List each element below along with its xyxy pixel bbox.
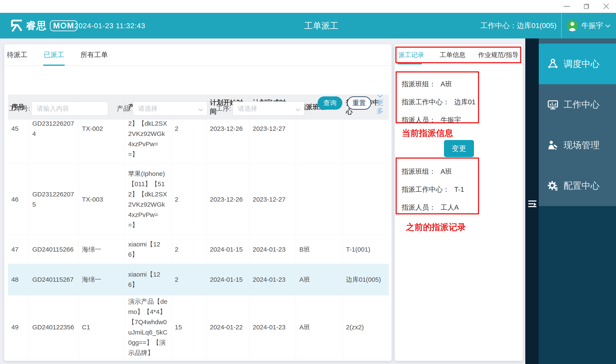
current-timestamp: 2024-01-23 11:32:43 [74, 13, 145, 39]
cell-process: 海绵一 [79, 235, 125, 264]
cell-plan-qty: 2 [171, 164, 206, 235]
order-tabs: 待派工 已派工 所有工单 [4, 44, 392, 66]
annotation-box-tabs [396, 47, 521, 63]
cell-seq: 48 [8, 264, 29, 295]
app-header: 睿思 MOM 2024-01-23 11:32:43 工单派工 工作中心：边库0… [0, 13, 616, 39]
order-no-input[interactable] [31, 101, 108, 116]
table-body-viewport[interactable]: 45 GD2312262074 TX-002 苹果(Iphone)【011】【5… [8, 120, 389, 359]
sidebar-item-config-center[interactable]: 配置中心 [539, 165, 616, 206]
cell-process: 海绵一 [79, 264, 125, 295]
annotation-previous-assignment: 之前的指派记录 [406, 221, 466, 233]
cell-process: TX-002 [79, 120, 125, 164]
cell-team: A班 [296, 295, 342, 359]
header-divider [561, 13, 562, 39]
sidebar-item-work-center[interactable]: 工作中心 [539, 84, 616, 125]
close-button[interactable] [596, 0, 616, 13]
restore-button[interactable] [577, 0, 596, 13]
dispatch-center-icon [547, 58, 559, 69]
change-button[interactable]: 变更 [444, 140, 474, 157]
cell-order-no: GD240115266 [29, 235, 79, 264]
order-no-label: 工单号: [9, 101, 30, 116]
assign-team-value: A班 [440, 80, 452, 88]
tab-pending-dispatch[interactable]: 待派工 [7, 44, 27, 65]
cell-product: 苹果(Iphone)【011】【512】【dkL2SX2VKz92WGk4xzP… [125, 120, 171, 164]
assign-center-label: 指派工作中心： [402, 98, 450, 106]
cell-process: TX-003 [79, 164, 125, 235]
sidebar-item-label: 现场管理 [563, 139, 600, 151]
cell-product: 演示产品【demo】【4*4】【7Q4whdw0uJmiLq6_5kC0gg==… [125, 295, 171, 359]
assign-center-label: 指派工作中心： [402, 185, 450, 193]
work-center-icon [547, 99, 559, 110]
assign-person-row: 指派人员：工人A [402, 203, 478, 212]
search-button[interactable]: 查询 [317, 96, 342, 110]
table-row-selected[interactable]: 48 GD240115267 海绵一 xiaomi【126】 2 2024-01… [8, 264, 389, 295]
config-center-icon [547, 180, 559, 191]
cell-plan-start: 2024-01-15 [206, 264, 249, 295]
process-label: 工序: [216, 101, 231, 116]
assign-person-row: 指派人员：牛振宇 [402, 116, 478, 124]
more-filters-link[interactable]: 更 多 [376, 93, 384, 115]
user-name[interactable]: 牛振宇 [581, 21, 603, 31]
minimize-button[interactable] [557, 0, 577, 13]
sidebar-item-field-management[interactable]: 现场管理 [539, 125, 616, 165]
brand-logo-icon [10, 19, 24, 32]
assign-center-value: T-1 [454, 185, 464, 193]
assign-person-label: 指派人员： [402, 116, 436, 124]
chevron-down-icon [199, 107, 203, 111]
window-controls [557, 0, 616, 13]
cell-plan-start: 2024-01-15 [206, 235, 249, 264]
cell-product: xiaomi【126】 [125, 264, 171, 295]
user-avatar[interactable] [567, 20, 578, 31]
cell-seq: 45 [8, 120, 29, 164]
table-row[interactable]: 49 GD240122356 C1 演示产品【demo】【4*4】【7Q4whd… [8, 295, 389, 359]
sidebar-item-dispatch-center[interactable]: 调度中心 [539, 44, 616, 84]
main-sidebar: 调度中心 工作中心 [539, 39, 616, 364]
work-center-label: 工作中心：边库01(005) [480, 21, 557, 31]
assign-person-value: 牛振宇 [440, 116, 461, 124]
tab-dispatched[interactable]: 已派工 [44, 44, 64, 65]
chevron-down-icon [296, 107, 300, 111]
tab-all-orders[interactable]: 所有工单 [81, 44, 108, 65]
chevron-down-icon[interactable] [605, 23, 610, 27]
cell-plan-qty: 15 [171, 295, 206, 359]
assign-team-label: 指派班组： [402, 168, 436, 175]
cell-work-center: 2(zx2) [342, 295, 389, 359]
table-row[interactable]: 46 GD2312262075 TX-003 苹果(Iphone)【011】【5… [8, 164, 389, 235]
process-select[interactable]: 请选择 [232, 101, 305, 116]
assign-center-row: 指派工作中心：边库01 [402, 98, 478, 106]
work-order-panel: 待派工 已派工 所有工单 工单号: 产品: 请选择 工序: 请选择 查询 重置 … [4, 44, 392, 361]
cell-product: 苹果(Iphone)【011】【512】【dkL2SX2VKz92WGk4xzP… [125, 164, 171, 235]
cell-plan-end: 2024-01-23 [249, 295, 296, 359]
cell-plan-end: 2024-01-23 [249, 264, 296, 295]
brand-name: 睿思 [26, 19, 47, 32]
brand-badge: MOM [50, 20, 77, 31]
table-row[interactable]: 47 GD240115266 海绵一 xiaomi【126】 2 2024-01… [8, 235, 389, 264]
cell-team: B班 [296, 235, 342, 264]
filter-bar: 工单号: 产品: 请选择 工序: 请选择 查询 重置 更 多 [4, 66, 392, 94]
cell-plan-end: 2023-12-27 [249, 164, 296, 235]
sidebar-toggle-icon[interactable] [528, 199, 536, 209]
cell-order-no: GD240122356 [29, 295, 79, 359]
sidebar-item-label: 工作中心 [563, 99, 600, 111]
cell-work-center: T-1(001) [342, 235, 389, 264]
chevron-down-icon [377, 92, 383, 97]
cell-plan-qty: 2 [171, 264, 206, 295]
cell-team [296, 120, 342, 164]
assign-center-value: 边库01 [454, 98, 476, 106]
close-icon [603, 3, 609, 10]
cell-order-no: GD2312262075 [29, 164, 79, 235]
previous-assignment-box: 指派班组：A班 指派工作中心：T-1 指派人员：工人A [396, 157, 479, 214]
sidebar-item-label: 调度中心 [563, 58, 600, 70]
cell-plan-qty: 2 [171, 120, 206, 164]
table-row[interactable]: 45 GD2312262074 TX-002 苹果(Iphone)【011】【5… [8, 120, 389, 164]
assign-team-row: 指派班组：A班 [402, 167, 478, 176]
assign-person-label: 指派人员： [402, 204, 436, 211]
restore-icon [584, 4, 589, 9]
assign-team-row: 指派班组：A班 [402, 80, 478, 88]
cell-order-no: GD2312262074 [29, 120, 79, 164]
reset-button[interactable]: 重置 [347, 96, 371, 110]
assign-team-value: A班 [440, 168, 452, 175]
cell-work-center: 边库01(005) [342, 264, 389, 295]
assign-team-label: 指派班组： [402, 80, 436, 88]
product-select[interactable]: 请选择 [133, 101, 207, 116]
